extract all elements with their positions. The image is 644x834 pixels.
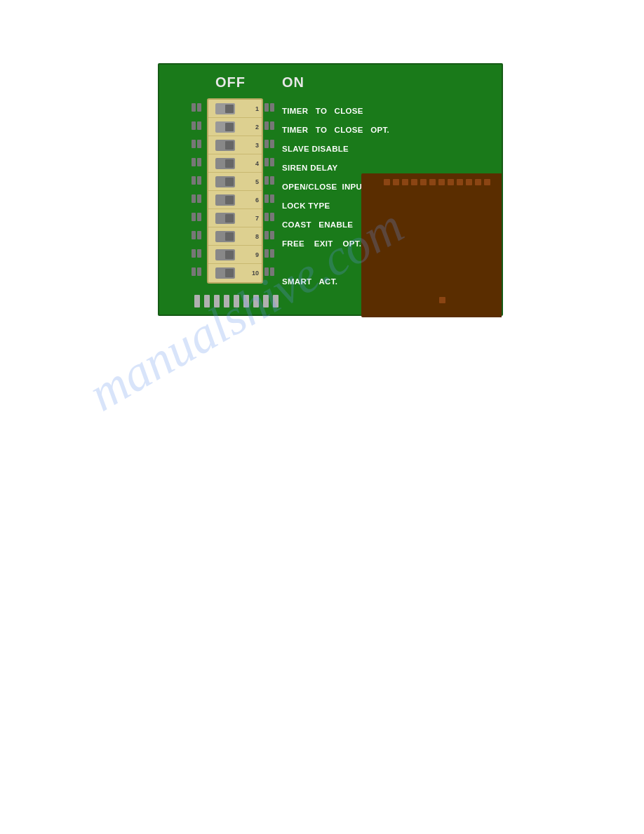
dip-toggle-8[interactable] xyxy=(215,231,235,242)
bottom-pin xyxy=(204,295,210,307)
dip-row-2: N 2 xyxy=(208,118,262,136)
dip-row-3: 3 xyxy=(208,136,262,154)
bottom-pin xyxy=(273,295,279,307)
chip-dot xyxy=(429,179,436,185)
chip-dot xyxy=(411,179,417,185)
off-label: OFF xyxy=(215,74,246,91)
dip-toggle-7[interactable] xyxy=(215,213,235,224)
bottom-pin xyxy=(234,295,239,307)
dip-toggle-10[interactable] xyxy=(215,267,235,279)
bottom-pin xyxy=(253,295,259,307)
dip-toggle-6[interactable] xyxy=(215,194,235,206)
chip-dot xyxy=(484,179,490,185)
right-pin-connectors xyxy=(264,98,274,281)
bottom-pin xyxy=(194,295,200,307)
off-on-header: OFF ON xyxy=(215,74,304,91)
chip-dot xyxy=(466,179,472,185)
dip-row-8: 8 xyxy=(208,227,262,246)
chip-area xyxy=(361,173,502,317)
switch-label-2: TIMER TO CLOSE OPT. xyxy=(282,120,396,139)
dip-toggle-4[interactable] xyxy=(215,158,235,169)
chip-dot xyxy=(448,179,454,185)
chip-dot-single xyxy=(439,297,445,303)
page: manualshive.com OFF ON O xyxy=(0,0,644,834)
chip-dot xyxy=(402,179,408,185)
chip-dot xyxy=(420,179,427,185)
dip-toggle-5[interactable] xyxy=(215,176,235,187)
dip-switch-housing: O 1 N 2 3 4 xyxy=(207,98,263,284)
bottom-pin xyxy=(263,295,269,307)
chip-dot xyxy=(457,179,463,185)
dip-row-10: 10 xyxy=(208,264,262,282)
dip-row-5: 5 xyxy=(208,173,262,191)
dip-toggle-2[interactable]: N xyxy=(215,121,235,133)
chip-dot xyxy=(438,179,445,185)
dip-toggle-9[interactable] xyxy=(215,249,235,260)
dip-toggle-3[interactable] xyxy=(215,140,235,151)
bottom-pin xyxy=(224,295,229,307)
dip-row-7: 7 xyxy=(208,209,262,227)
on-label: ON xyxy=(282,74,304,91)
chip-dot xyxy=(393,179,399,185)
switch-label-3: SLAVE DISABLE xyxy=(282,139,396,158)
bottom-pin xyxy=(243,295,249,307)
dip-toggle-1[interactable]: O xyxy=(215,103,235,114)
dip-row-4: 4 xyxy=(208,154,262,173)
pcb-board: OFF ON O 1 xyxy=(158,63,503,316)
dip-row-1: O 1 xyxy=(208,100,262,118)
chip-dots xyxy=(384,179,496,185)
chip-dot xyxy=(475,179,481,185)
dip-row-6: 6 xyxy=(208,191,262,209)
switch-label-1: TIMER TO CLOSE xyxy=(282,101,396,120)
bottom-pin-connectors xyxy=(194,295,279,307)
dip-row-9: 9 xyxy=(208,246,262,264)
bottom-pin xyxy=(214,295,220,307)
chip-dot xyxy=(384,179,390,185)
left-pin-connectors xyxy=(192,98,201,281)
